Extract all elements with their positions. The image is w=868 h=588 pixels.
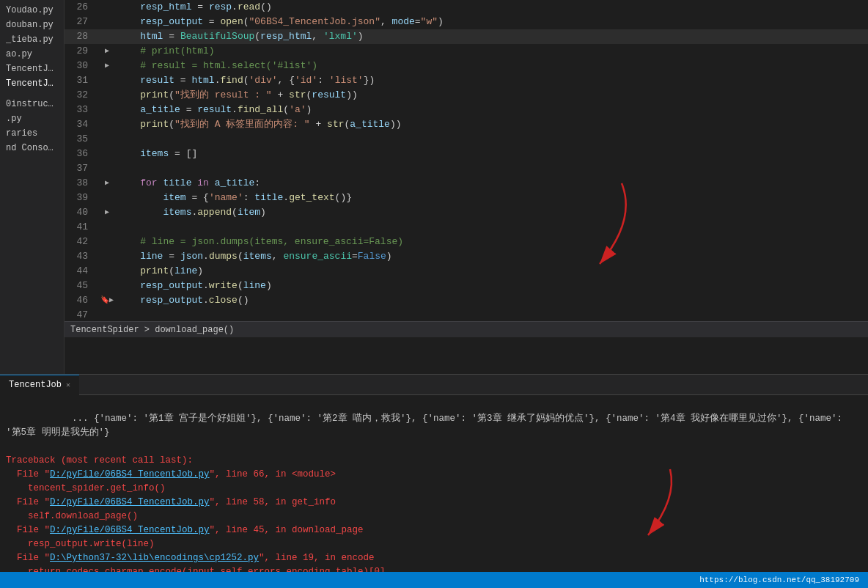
fold-arrow-icon: ▶ (105, 44, 109, 59)
table-row: 45 resp_output.write(line) (65, 279, 868, 293)
bookmark-icon: 🔖 (100, 293, 109, 308)
table-row: 47 (65, 308, 868, 323)
line-number: 40 (65, 205, 100, 220)
list-item: ... {'name': '第1章 宫子是个好姐姐'}, {'name': '第… (6, 398, 862, 454)
terminal-tab-tencentjob[interactable]: TencentJob ✕ (0, 375, 79, 395)
code-lines: 26 resp_html = resp.read() 27 resp_outpu… (65, 0, 868, 337)
line-content: resp_output = open("06BS4_TencentJob.jso… (114, 15, 868, 29)
fold-arrow-icon: ▶ (105, 59, 109, 73)
line-number: 45 (65, 279, 100, 293)
line-content: items = [] (114, 147, 868, 161)
line-gutter: ▶ (100, 176, 114, 191)
line-number: 46 (65, 293, 100, 308)
line-content: print("找到的 result : " + str(result)) (114, 88, 868, 103)
line-number: 27 (65, 15, 100, 29)
line-number: 30 (65, 59, 100, 73)
list-item: Traceback (most recent call last): (6, 454, 862, 468)
line-number: 38 (65, 176, 100, 191)
bottom-bar: https://blog.csdn.net/qq_38192709 (0, 572, 868, 588)
table-row: 42 # line = json.dumps(items, ensure_asc… (65, 235, 868, 249)
list-item: return codecs.charmap_encode(input,self.… (6, 565, 862, 572)
sidebar-item-consoles[interactable]: nd Consoles (0, 141, 64, 155)
sidebar-item-tencentjob-py[interactable]: TencentJob.py (0, 76, 64, 91)
line-content: print(line) (114, 264, 868, 279)
list-item: File "D:\Python37-32\lib\encodings\cp125… (6, 551, 862, 565)
line-number: 34 (65, 117, 100, 132)
line-number: 41 (65, 220, 100, 235)
file-link[interactable]: D:/pyFile/06BS4_TencentJob.py (50, 469, 210, 479)
terminal-tab-close[interactable]: ✕ (66, 381, 70, 389)
file-link[interactable]: D:/pyFile/06BS4_TencentJob.py (50, 525, 210, 535)
breadcrumb: TencentSpider > download_page() (65, 321, 868, 337)
main-container: Youdao.py douban.py _tieba.py ao.py Tenc… (0, 0, 868, 588)
line-gutter: 🔖 ▶ (100, 293, 114, 308)
table-row: 27 resp_output = open("06BS4_TencentJob.… (65, 15, 868, 29)
line-number: 31 (65, 73, 100, 88)
table-row: 36 items = [] (65, 147, 868, 161)
table-row: 29 ▶ # print(html) (65, 44, 868, 59)
line-number: 26 (65, 0, 100, 15)
line-content: resp_html = resp.read() (114, 0, 868, 15)
terminal-tabs: TencentJob ✕ (0, 375, 868, 395)
line-gutter: ▶ (100, 205, 114, 220)
sidebar-item-douban[interactable]: douban.py (0, 18, 64, 32)
line-number: 43 (65, 249, 100, 264)
list-item: resp_output.write(line) (6, 537, 862, 551)
fold-arrow-icon: ▶ (105, 176, 109, 191)
table-row: 43 line = json.dumps(items, ensure_ascii… (65, 249, 868, 264)
line-number: 29 (65, 44, 100, 59)
table-row: 28 html = BeautifulSoup(resp_html, 'lxml… (65, 29, 868, 44)
sidebar-item-0instruction[interactable]: 0instruction.txt (0, 97, 64, 111)
line-content: items.append(item) (114, 205, 868, 220)
line-content: resp_output.close() (114, 293, 868, 308)
line-content: for title in a_title: (114, 176, 868, 191)
sidebar-item-py[interactable]: .py (0, 111, 64, 126)
file-link[interactable]: D:\Python37-32\lib\encodings\cp1252.py (50, 553, 259, 563)
list-item: tencent_spider.get_info() (6, 482, 862, 496)
line-content: resp_output.write(line) (114, 279, 868, 293)
line-number: 28 (65, 29, 100, 44)
line-content: line = json.dumps(items, ensure_ascii=Fa… (114, 249, 868, 264)
line-content: print("找到的 A 标签里面的内容: " + str(a_title)) (114, 117, 868, 132)
line-number: 42 (65, 235, 100, 249)
sidebar: Youdao.py douban.py _tieba.py ao.py Tenc… (0, 0, 65, 374)
code-editor-wrapper: 26 resp_html = resp.read() 27 resp_outpu… (65, 0, 868, 374)
sidebar-item-youdao[interactable]: Youdao.py (0, 3, 64, 18)
list-item: File "D:/pyFile/06BS4_TencentJob.py", li… (6, 496, 862, 510)
file-link[interactable]: D:/pyFile/06BS4_TencentJob.py (50, 497, 210, 507)
table-row: 37 (65, 161, 868, 176)
sidebar-item-tieba[interactable]: _tieba.py (0, 32, 64, 47)
table-row: 31 result = html.find('div', {'id': 'lis… (65, 73, 868, 88)
sidebar-item-ao[interactable]: ao.py (0, 47, 64, 62)
bottom-bar-url: https://blog.csdn.net/qq_38192709 (699, 576, 859, 584)
terminal-content: ... {'name': '第1章 宫子是个好姐姐'}, {'name': '第… (0, 395, 868, 572)
line-number: 36 (65, 147, 100, 161)
table-row: 30 ▶ # result = html.select('#list') (65, 59, 868, 73)
table-row: 46 🔖 ▶ resp_output.close() (65, 293, 868, 308)
line-gutter: ▶ (100, 44, 114, 59)
line-number: 37 (65, 161, 100, 176)
fold-arrow-icon: ▶ (109, 293, 114, 308)
terminal-area: TencentJob ✕ ... {'name': '第1章 宫子是个好姐姐'}… (0, 374, 868, 572)
terminal-tab-label: TencentJob (9, 380, 62, 390)
table-row: 33 a_title = result.find_all('a') (65, 103, 868, 117)
line-number: 35 (65, 132, 100, 147)
line-number: 39 (65, 191, 100, 205)
table-row: 26 resp_html = resp.read() (65, 0, 868, 15)
table-row: 44 print(line) (65, 264, 868, 279)
table-row: 39 item = {'name': title.get_text()} (65, 191, 868, 205)
line-number: 47 (65, 308, 100, 323)
sidebar-item-tencentjob-json[interactable]: TencentJob.json (0, 62, 64, 76)
code-container: 26 resp_html = resp.read() 27 resp_outpu… (65, 0, 868, 337)
sidebar-item-raries[interactable]: raries (0, 126, 64, 141)
table-row: 41 (65, 220, 868, 235)
line-content: # print(html) (114, 44, 868, 59)
line-number: 33 (65, 103, 100, 117)
fold-arrow-icon: ▶ (105, 205, 109, 220)
line-number: 44 (65, 264, 100, 279)
line-content: html = BeautifulSoup(resp_html, 'lxml') (114, 29, 868, 44)
table-row: 32 print("找到的 result : " + str(result)) (65, 88, 868, 103)
line-content: # line = json.dumps(items, ensure_ascii=… (114, 235, 868, 249)
list-item: self.download_page() (6, 510, 862, 523)
line-content: # result = html.select('#list') (114, 59, 868, 73)
